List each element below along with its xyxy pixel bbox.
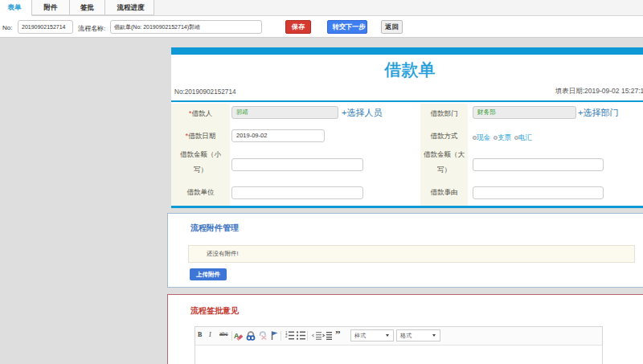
- svg-text:2: 2: [285, 334, 288, 338]
